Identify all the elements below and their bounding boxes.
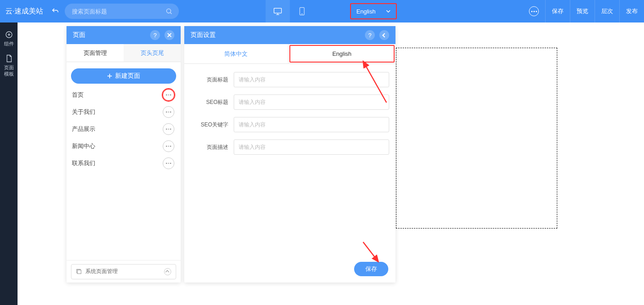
page-more-icon[interactable]	[163, 157, 174, 169]
left-nav: 组件 页面 模板	[0, 22, 18, 305]
new-page-label: 新建页面	[115, 72, 140, 80]
tab-header-footer[interactable]: 页头页尾	[124, 44, 181, 62]
label-seo-keywords: SEO关键字	[191, 121, 234, 129]
page-item-about[interactable]: 关于我们	[71, 103, 176, 121]
settings-footer: 保存	[184, 256, 395, 283]
settings-form: 页面标题 SEO标题 SEO关键字 页面描述	[184, 64, 395, 256]
plus-circle-icon	[5, 31, 13, 39]
page-label: 产品展示	[72, 125, 95, 133]
page-more-icon[interactable]	[163, 106, 174, 118]
system-pages-label: 系统页面管理	[85, 268, 118, 275]
copy-icon	[76, 269, 82, 274]
help-icon[interactable]: ?	[150, 30, 160, 40]
layers-button[interactable]: 层次	[595, 0, 619, 22]
page-label: 新闻中心	[72, 142, 95, 150]
tab-lang-en[interactable]: English	[289, 45, 395, 63]
row-seo-keywords: SEO关键字	[191, 117, 389, 132]
new-page-button[interactable]: 新建页面	[71, 68, 176, 84]
page-more-icon[interactable]	[163, 140, 174, 152]
preview-button[interactable]: 预览	[570, 0, 595, 22]
publish-button[interactable]: 发布	[619, 0, 644, 22]
page-item-news[interactable]: 新闻中心	[71, 138, 176, 155]
mobile-view-button[interactable]	[290, 0, 314, 22]
search-wrap	[65, 4, 179, 19]
svg-point-0	[167, 9, 171, 13]
row-page-title: 页面标题	[191, 72, 389, 87]
label-page-desc: 页面描述	[191, 144, 234, 151]
label-seo-title: SEO标题	[191, 99, 234, 106]
more-icon	[529, 6, 539, 16]
settings-tabs: 简体中文 English	[184, 44, 395, 64]
top-bar: 云·速成美站 English 保存 预览 层次 发布	[0, 0, 644, 22]
pages-panel-footer: 系统页面管理	[67, 260, 181, 283]
settings-panel: 页面设置 ? 简体中文 English 页面标题 SEO标题 SEO关键字	[184, 26, 395, 283]
page-item-home[interactable]: 首页	[71, 86, 176, 103]
more-button[interactable]	[523, 0, 545, 22]
tab-lang-zh[interactable]: 简体中文	[184, 44, 289, 63]
search-input[interactable]	[65, 4, 179, 19]
input-page-title[interactable]	[234, 72, 389, 87]
page-more-icon[interactable]	[163, 123, 174, 135]
pages-panel-header: 页面 ?	[67, 26, 181, 44]
page-item-contact[interactable]: 联系我们	[71, 155, 176, 172]
language-select[interactable]: English	[350, 3, 397, 19]
file-icon	[5, 54, 13, 63]
page-label: 关于我们	[72, 108, 95, 116]
save-button[interactable]: 保存	[545, 0, 570, 22]
pages-body: 新建页面 首页 关于我们 产品展示 新闻中心	[67, 62, 181, 260]
tab-page-manage[interactable]: 页面管理	[67, 44, 124, 62]
save-page-button[interactable]: 保存	[354, 262, 388, 276]
chevron-up-icon	[164, 268, 171, 275]
desktop-view-button[interactable]	[266, 0, 290, 22]
undo-button[interactable]	[49, 7, 62, 15]
svg-rect-14	[77, 270, 81, 274]
input-seo-title[interactable]	[234, 94, 389, 110]
system-pages-button[interactable]: 系统页面管理	[71, 264, 176, 279]
row-seo-title: SEO标题	[191, 94, 389, 110]
nav-page-template[interactable]: 页面 模板	[0, 51, 18, 81]
nav-components[interactable]: 组件	[0, 27, 18, 51]
svg-rect-2	[274, 8, 282, 13]
nav-template-label: 页面 模板	[4, 64, 14, 77]
pages-panel: 页面 ? 页面管理 页头页尾 新建页面 首页	[67, 26, 181, 283]
help-icon[interactable]: ?	[365, 30, 375, 40]
search-icon[interactable]	[165, 8, 173, 15]
top-actions: 保存 预览 层次 发布	[523, 0, 644, 22]
language-label: English	[356, 8, 376, 15]
page-label: 首页	[72, 91, 84, 99]
nav-components-label: 组件	[4, 40, 14, 47]
page-label: 联系我们	[72, 159, 95, 167]
device-group: English	[266, 0, 397, 22]
page-item-products[interactable]: 产品展示	[71, 121, 176, 138]
page-list: 首页 关于我们 产品展示 新闻中心 联系我们	[71, 86, 176, 172]
close-icon[interactable]	[164, 30, 174, 40]
svg-line-1	[170, 13, 172, 14]
collapse-icon[interactable]	[379, 30, 389, 40]
input-seo-keywords[interactable]	[234, 117, 389, 132]
page-more-icon[interactable]	[163, 89, 174, 101]
settings-panel-title: 页面设置	[191, 31, 216, 39]
plus-icon	[107, 73, 112, 79]
row-page-desc: 页面描述	[191, 139, 389, 155]
app-logo: 云·速成美站	[0, 7, 49, 16]
chevron-down-icon	[386, 10, 391, 13]
settings-panel-header: 页面设置 ?	[184, 26, 395, 44]
input-page-desc[interactable]	[234, 139, 389, 155]
canvas-placeholder[interactable]	[396, 48, 557, 229]
label-page-title: 页面标题	[191, 76, 234, 84]
pages-tabs: 页面管理 页头页尾	[67, 44, 181, 62]
panels: 页面 ? 页面管理 页头页尾 新建页面 首页	[67, 26, 395, 283]
pages-panel-title: 页面	[73, 31, 85, 39]
